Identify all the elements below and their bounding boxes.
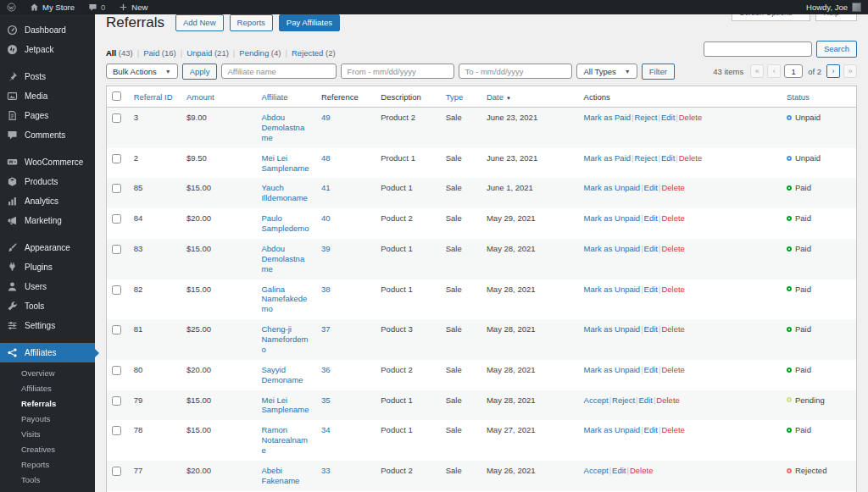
reports-button[interactable]: Reports: [230, 14, 273, 31]
column-header-type[interactable]: Type: [441, 86, 481, 108]
search-button[interactable]: Search: [816, 41, 857, 58]
affiliate-link[interactable]: Abebi Fakename: [261, 466, 299, 485]
reference-link[interactable]: 40: [321, 213, 331, 223]
row-checkbox[interactable]: [112, 113, 121, 123]
column-header-affiliate[interactable]: Affiliate: [256, 86, 315, 108]
row-checkbox[interactable]: [112, 467, 121, 476]
view-paid[interactable]: Paid (16): [143, 48, 176, 58]
action-delete[interactable]: Delete: [661, 425, 684, 434]
reference-link[interactable]: 49: [321, 113, 331, 122]
submenu-item-tools[interactable]: Tools: [0, 472, 95, 487]
row-checkbox[interactable]: [112, 214, 121, 224]
action-reject[interactable]: Reject: [635, 153, 658, 163]
action-accept[interactable]: Accept: [584, 395, 609, 405]
bulk-actions-select[interactable]: Bulk Actions ▼: [106, 64, 178, 79]
affiliate-link[interactable]: Abdou Demolastname: [261, 113, 304, 142]
apply-button[interactable]: Apply: [182, 64, 218, 80]
affiliate-link[interactable]: Paulo Sampledemo: [261, 213, 309, 233]
affiliate-link[interactable]: Abdou Demolastname: [261, 244, 304, 274]
row-checkbox[interactable]: [112, 366, 121, 375]
action-edit[interactable]: Edit: [612, 466, 626, 475]
action-mark-as-paid[interactable]: Mark as Paid: [584, 113, 631, 122]
sidebar-item-settings[interactable]: Settings: [0, 316, 95, 335]
type-filter-select[interactable]: All Types ▼: [576, 64, 637, 79]
submenu-item-visits[interactable]: Visits: [0, 426, 95, 441]
action-reject[interactable]: Reject: [635, 113, 658, 122]
reference-link[interactable]: 41: [321, 183, 331, 192]
affiliate-link[interactable]: Mei Lei Samplename: [261, 395, 309, 415]
date-from-input[interactable]: [341, 64, 454, 79]
sidebar-item-marketing[interactable]: Marketing: [0, 211, 95, 230]
action-mark-as-unpaid[interactable]: Mark as Unpaid: [584, 213, 641, 223]
action-edit[interactable]: Edit: [644, 425, 658, 434]
add-new-button[interactable]: Add New: [175, 14, 224, 31]
reference-link[interactable]: 37: [321, 324, 331, 334]
reference-link[interactable]: 34: [321, 425, 331, 434]
affiliate-name-input[interactable]: [221, 64, 337, 79]
action-edit[interactable]: Edit: [644, 213, 658, 223]
affiliate-link[interactable]: Ramon Notarealname: [261, 425, 307, 455]
row-checkbox[interactable]: [112, 285, 121, 295]
sidebar-item-jetpack[interactable]: Jetpack: [0, 40, 95, 59]
affiliate-link[interactable]: Cheng-ji Namefordemo: [261, 324, 308, 354]
new-content-button[interactable]: New: [112, 0, 154, 14]
submenu-item-payouts[interactable]: Payouts: [0, 411, 95, 426]
action-delete[interactable]: Delete: [679, 113, 702, 122]
row-checkbox[interactable]: [112, 325, 121, 334]
sidebar-item-dashboard[interactable]: Dashboard: [0, 20, 95, 40]
view-rejected[interactable]: Rejected (2): [292, 48, 336, 58]
action-edit[interactable]: Edit: [644, 365, 658, 374]
sidebar-item-users[interactable]: Users: [0, 277, 95, 296]
action-edit[interactable]: Edit: [661, 153, 675, 163]
sidebar-item-media[interactable]: Media: [0, 86, 95, 106]
row-checkbox[interactable]: [112, 245, 121, 254]
view-unpaid[interactable]: Unpaid (21): [186, 48, 229, 58]
action-edit[interactable]: Edit: [644, 183, 658, 192]
action-delete[interactable]: Delete: [630, 466, 653, 475]
filter-button[interactable]: Filter: [642, 64, 675, 80]
action-edit[interactable]: Edit: [661, 113, 675, 122]
action-accept[interactable]: Accept: [584, 466, 609, 475]
reference-link[interactable]: 36: [321, 365, 331, 374]
wordpress-menu-button[interactable]: [0, 0, 23, 14]
sidebar-item-pages[interactable]: Pages: [0, 106, 95, 125]
reference-link[interactable]: 39: [321, 244, 331, 253]
submenu-item-settings[interactable]: Settings: [0, 487, 95, 492]
action-edit[interactable]: Edit: [644, 285, 658, 294]
action-delete[interactable]: Delete: [661, 213, 684, 223]
action-mark-as-unpaid[interactable]: Mark as Unpaid: [584, 244, 641, 253]
pay-affiliates-button[interactable]: Pay Affiliates: [279, 14, 340, 31]
row-checkbox[interactable]: [112, 184, 121, 193]
howdy-account-link[interactable]: Howdy, Joe: [806, 3, 848, 12]
sidebar-item-posts[interactable]: Posts: [0, 67, 95, 86]
action-mark-as-unpaid[interactable]: Mark as Unpaid: [584, 324, 641, 334]
column-header-referral-id[interactable]: Referral ID: [129, 86, 181, 108]
sidebar-item-comments[interactable]: Comments: [0, 125, 95, 145]
sidebar-item-analytics[interactable]: Analytics: [0, 191, 95, 211]
column-header-status[interactable]: Status: [782, 86, 857, 108]
action-reject[interactable]: Reject: [612, 395, 635, 405]
reference-link[interactable]: 33: [321, 466, 331, 475]
column-header-date[interactable]: Date▼: [481, 86, 579, 108]
action-delete[interactable]: Delete: [661, 285, 684, 294]
view-pending[interactable]: Pending (4): [239, 48, 281, 58]
search-input[interactable]: [704, 41, 812, 57]
view-all[interactable]: All (43): [106, 48, 133, 58]
sidebar-item-affiliates[interactable]: Affiliates: [0, 343, 95, 362]
action-delete[interactable]: Delete: [679, 153, 702, 163]
action-edit[interactable]: Edit: [639, 395, 653, 405]
submenu-item-reports[interactable]: Reports: [0, 456, 95, 472]
comments-badge[interactable]: 0: [81, 0, 112, 14]
action-edit[interactable]: Edit: [644, 244, 658, 253]
action-mark-as-unpaid[interactable]: Mark as Unpaid: [584, 285, 641, 294]
affiliate-link[interactable]: Yauch Illdemoname: [261, 183, 307, 202]
select-all-checkbox[interactable]: [112, 91, 121, 101]
row-checkbox[interactable]: [112, 154, 121, 163]
affiliate-link[interactable]: Sayyid Demoname: [261, 365, 303, 384]
sidebar-item-tools[interactable]: Tools: [0, 296, 95, 316]
affiliate-link[interactable]: Mei Lei Samplename: [261, 153, 309, 173]
date-to-input[interactable]: [459, 64, 572, 79]
site-name-link[interactable]: My Store: [23, 0, 81, 14]
submenu-item-referrals[interactable]: Referrals: [0, 395, 95, 411]
row-checkbox[interactable]: [112, 426, 121, 435]
